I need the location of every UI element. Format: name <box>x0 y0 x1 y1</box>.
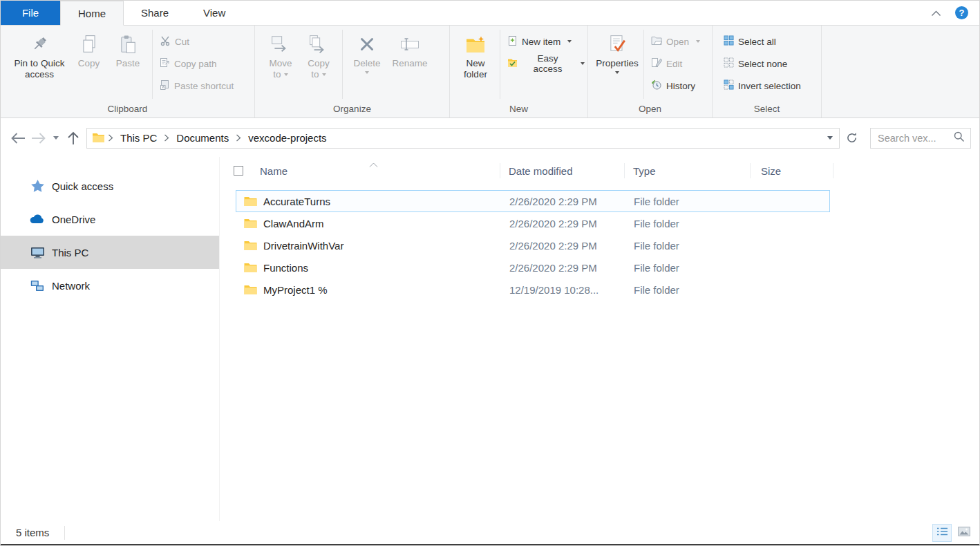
tab-file-label: File <box>22 7 39 19</box>
ribbon-separator <box>500 30 500 99</box>
select-none-button[interactable]: Select none <box>721 55 804 72</box>
history-button[interactable]: History <box>648 77 703 94</box>
sidebar-item-quick-access[interactable]: Quick access <box>1 169 219 203</box>
status-separator <box>64 526 65 540</box>
delete-dropdown-icon <box>365 71 369 74</box>
paste-shortcut-button[interactable]: Paste shortcut <box>157 77 236 94</box>
up-button[interactable] <box>63 128 84 149</box>
breadcrumb-documents[interactable]: Documents <box>170 129 235 148</box>
refresh-button[interactable] <box>841 128 862 149</box>
breadcrumb-chevron-icon[interactable] <box>235 129 242 148</box>
file-row-functions[interactable]: Functions 2/26/2020 2:29 PM File folder <box>236 256 830 279</box>
collapse-ribbon-icon[interactable] <box>931 7 941 19</box>
file-row-myproject1[interactable]: MyProject1 % 12/19/2019 10:28... File fo… <box>236 279 830 301</box>
file-date-modified: 2/26/2020 2:29 PM <box>502 262 626 274</box>
help-icon[interactable]: ? <box>955 6 968 19</box>
file-name-cell: AccurateTurns <box>236 196 502 207</box>
edit-icon <box>651 57 662 70</box>
column-header-size[interactable]: Size <box>751 163 833 178</box>
sidebar-item-label: OneDrive <box>52 214 95 225</box>
sidebar-item-onedrive[interactable]: OneDrive <box>1 203 219 236</box>
breadcrumb-this-pc[interactable]: This PC <box>114 129 163 148</box>
copy-label: Copy <box>78 58 100 69</box>
copy-button[interactable]: Copy <box>70 26 108 69</box>
rename-icon <box>400 32 420 57</box>
new-folder-button[interactable]: New folder <box>455 26 496 80</box>
search-input[interactable] <box>878 133 953 144</box>
move-to-icon <box>271 32 290 57</box>
file-row-drivetrainwithvar[interactable]: DrivetrainWithVar 2/26/2020 2:29 PM File… <box>236 234 830 256</box>
copy-path-icon <box>160 57 170 70</box>
file-row-clawandarm[interactable]: ClawAndArm 2/26/2020 2:29 PM File folder <box>236 212 830 234</box>
file-name-cell: MyProject1 % <box>236 284 502 296</box>
tab-view[interactable]: View <box>186 1 243 25</box>
column-header-name[interactable]: Name <box>247 163 500 178</box>
open-icon <box>651 36 662 48</box>
file-name: MyProject1 % <box>263 284 328 296</box>
easy-access-button[interactable]: Easy access <box>505 55 587 72</box>
ribbon-group-new: New folder New item Easy access <box>450 26 588 117</box>
copy-path-button[interactable]: Copy path <box>157 55 236 72</box>
copy-to-button[interactable]: Copy to <box>299 26 338 80</box>
invert-selection-button[interactable]: Invert selection <box>721 77 804 94</box>
file-type: File folder <box>626 262 752 274</box>
properties-button[interactable]: Properties <box>595 26 639 74</box>
items-count: 5 items <box>16 527 49 538</box>
file-type: File folder <box>626 240 752 252</box>
file-explorer-window: File Home Share View ? Pin to Quick acce… <box>0 0 980 546</box>
folder-icon <box>244 241 257 251</box>
open-button[interactable]: Open <box>648 33 703 50</box>
select-none-icon <box>724 57 734 70</box>
paste-icon <box>119 32 137 57</box>
select-all-checkbox[interactable] <box>234 166 243 176</box>
folder-icon <box>244 263 257 273</box>
rename-button[interactable]: Rename <box>387 26 433 69</box>
forward-button[interactable] <box>28 128 49 149</box>
paste-label: Paste <box>116 58 140 69</box>
address-dropdown-button[interactable] <box>821 129 839 148</box>
select-all-checkbox-cell <box>220 163 247 178</box>
breadcrumb-chevron-icon[interactable] <box>163 129 170 148</box>
onedrive-cloud-icon <box>30 214 45 224</box>
file-name: ClawAndArm <box>263 218 324 229</box>
address-box[interactable]: This PC Documents vexcode-projects <box>86 128 840 149</box>
tab-file[interactable]: File <box>1 1 60 25</box>
move-to-button[interactable]: Move to <box>262 26 299 80</box>
sidebar-item-network[interactable]: Network <box>1 269 219 302</box>
file-row-accurateturns[interactable]: AccurateTurns 2/26/2020 2:29 PM File fol… <box>236 190 830 212</box>
delete-button[interactable]: Delete <box>347 26 387 74</box>
recent-locations-button[interactable] <box>49 128 63 149</box>
address-bar: This PC Documents vexcode-projects <box>1 119 979 157</box>
pin-to-quick-access-button[interactable]: Pin to Quick access <box>9 26 70 80</box>
file-date-modified: 2/26/2020 2:29 PM <box>502 218 626 229</box>
details-view-button[interactable] <box>932 524 952 542</box>
edit-button[interactable]: Edit <box>648 55 703 72</box>
column-header-date-modified[interactable]: Date modified <box>500 163 625 178</box>
column-header-type[interactable]: Type <box>625 163 751 178</box>
group-label-open: Open <box>588 104 712 114</box>
rename-label: Rename <box>392 58 427 69</box>
select-all-label: Select all <box>738 37 776 47</box>
paste-button[interactable]: Paste <box>108 26 148 69</box>
tab-home[interactable]: Home <box>60 1 124 26</box>
address-dropdown-caret-icon <box>827 136 833 140</box>
tab-share[interactable]: Share <box>124 1 186 25</box>
breadcrumb-vexcode-projects[interactable]: vexcode-projects <box>242 129 332 148</box>
sidebar-item-this-pc[interactable]: This PC <box>1 236 219 269</box>
select-all-button[interactable]: Select all <box>721 33 804 50</box>
tab-share-label: Share <box>141 7 169 19</box>
copy-to-icon <box>309 32 328 57</box>
paste-shortcut-label: Paste shortcut <box>174 81 234 91</box>
breadcrumb-chevron-icon[interactable] <box>107 129 114 148</box>
thumbnail-view-button[interactable] <box>954 524 974 542</box>
cut-button[interactable]: Cut <box>157 33 236 50</box>
cut-icon <box>160 35 171 48</box>
navigation-pane: Quick access OneDrive This PC Network <box>1 157 220 521</box>
back-button[interactable] <box>8 128 28 149</box>
new-item-button[interactable]: New item <box>505 33 587 50</box>
folder-icon <box>244 196 257 207</box>
group-label-clipboard: Clipboard <box>1 104 254 114</box>
address-folder-icon[interactable] <box>87 133 107 142</box>
file-name: Functions <box>263 262 308 274</box>
file-rows: AccurateTurns 2/26/2020 2:29 PM File fol… <box>236 190 830 301</box>
